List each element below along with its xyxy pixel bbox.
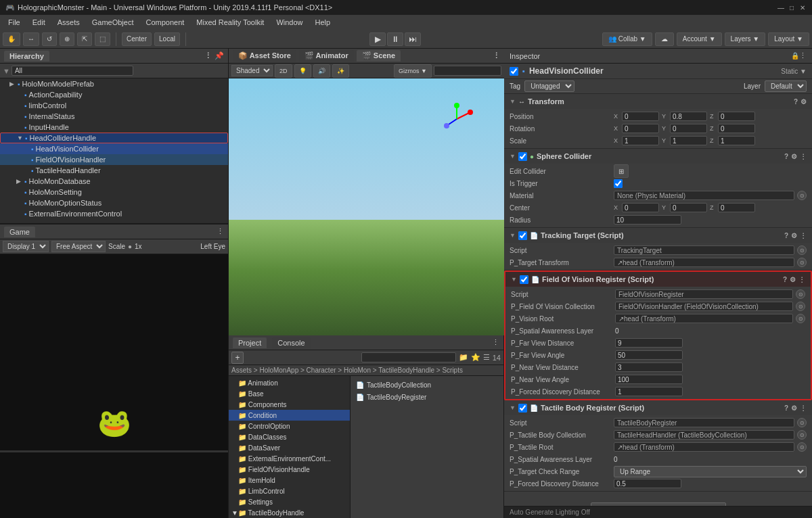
tactile-collection-field[interactable]: TactileHeadHandler (TactileBodyCollectio… <box>614 430 794 440</box>
scale-z-input[interactable] <box>718 136 755 145</box>
hierarchy-item[interactable]: ▪ ActionCapability <box>0 89 228 100</box>
hierarchy-item-headcollider[interactable]: ▼ ▪ HeadColliderHandle <box>0 133 228 143</box>
tracking-menu-icon[interactable]: ⋮ <box>800 232 807 239</box>
tactile-body-header[interactable]: ▼ 📄 Tactile Body Register (Script) ? ⚙ ⋮ <box>504 400 812 415</box>
tactile-root-select-button[interactable]: ⊙ <box>797 442 807 452</box>
rect-tool-button[interactable]: ⇱ <box>77 32 92 46</box>
hierarchy-item[interactable]: ▪ InternalStatus <box>0 111 228 122</box>
account-button[interactable]: Account ▼ <box>677 32 722 46</box>
tag-select[interactable]: Untagged <box>524 80 574 92</box>
sphere-collider-header[interactable]: ▼ ● Sphere Collider ? ⚙ ⋮ <box>504 149 812 164</box>
scene-audio-button[interactable]: 🔊 <box>313 64 330 78</box>
rotation-y-input[interactable] <box>670 124 707 133</box>
static-dropdown[interactable]: Static ▼ <box>781 68 807 75</box>
fov-header[interactable]: ▼ 📄 Field Of Vision Register (Script) ? … <box>505 272 811 287</box>
transform-help-icon[interactable]: ? <box>794 98 798 105</box>
tracking-transform-field[interactable]: ↗head (Transform) <box>614 258 794 267</box>
scale-x-input[interactable] <box>622 136 659 145</box>
tactile-help-icon[interactable]: ? <box>784 404 788 412</box>
hierarchy-item[interactable]: ▪ ExternalEnvironmentControl <box>0 208 228 219</box>
tree-item-externalenv[interactable]: 📁 ExternalEnvironmentCont... <box>229 453 350 464</box>
fov-menu-icon[interactable]: ⋮ <box>798 276 805 283</box>
fov-settings-icon[interactable]: ⚙ <box>790 276 796 283</box>
sphere-menu-icon[interactable]: ⋮ <box>800 153 807 160</box>
shading-select[interactable]: Shaded <box>231 65 273 76</box>
fov-vision-root-select-button[interactable]: ⊙ <box>796 314 805 323</box>
step-button[interactable]: ⏭ <box>405 32 421 46</box>
menu-mixed-reality[interactable]: Mixed Reality Toolkit <box>191 17 269 28</box>
menu-window[interactable]: Window <box>271 17 308 28</box>
sphere-collider-checkbox[interactable] <box>518 152 527 161</box>
tactile-script-select-button[interactable]: ⊙ <box>797 418 807 427</box>
hierarchy-item-headvision[interactable]: ▪ HeadVisionCollider <box>0 143 228 154</box>
hierarchy-item[interactable]: ▶ ▪ HoloMonModelPrefab <box>0 78 228 89</box>
tactile-checkbox[interactable] <box>518 404 527 413</box>
fov-near-angle-input[interactable] <box>615 375 683 384</box>
tree-item-settings[interactable]: 📁 Settings <box>229 496 350 507</box>
asset-store-tab[interactable]: 📦 Asset Store <box>233 50 296 62</box>
edit-collider-button[interactable]: ⊞ <box>614 164 629 178</box>
hierarchy-item[interactable]: ▪ HoloMonOptionStatus <box>0 197 228 208</box>
inspector-lock-icon[interactable]: 🔒 <box>791 52 799 60</box>
hierarchy-item[interactable]: ▪ FieldOfVisionHandler <box>0 154 228 165</box>
fov-near-dist-input[interactable] <box>615 362 683 372</box>
menu-edit[interactable]: Edit <box>27 17 51 28</box>
tracking-help-icon[interactable]: ? <box>784 232 788 239</box>
tree-item-datasaver[interactable]: 📁 DataSaver <box>229 442 350 453</box>
aspect-select[interactable]: Free Aspect <box>51 241 106 252</box>
tree-item-tactilebodyhandle[interactable]: ▼📁 TactileBodyHandle <box>229 507 350 518</box>
center-x-input[interactable] <box>622 203 659 212</box>
project-tab[interactable]: Project <box>233 337 267 348</box>
hand-tool-button[interactable]: ✋ <box>3 32 20 46</box>
close-button[interactable]: ✕ <box>798 3 807 11</box>
menu-assets[interactable]: Assets <box>52 17 85 28</box>
scale-slider[interactable]: ● <box>128 243 132 250</box>
project-add-button[interactable]: + <box>231 352 244 364</box>
display-select[interactable]: Display 1 <box>3 241 49 252</box>
hierarchy-pin-icon[interactable]: 📌 <box>215 51 224 60</box>
minimize-button[interactable]: — <box>777 3 785 11</box>
collab-button[interactable]: 👥 Collab ▼ <box>602 32 652 46</box>
tracking-script-select-button[interactable]: ⊙ <box>797 245 807 255</box>
project-icon1[interactable]: 📁 <box>459 353 468 362</box>
tactile-collection-select-button[interactable]: ⊙ <box>797 430 807 440</box>
project-icon2[interactable]: ⭐ <box>471 353 480 362</box>
material-field[interactable]: None (Physic Material) <box>614 191 794 200</box>
sphere-help-icon[interactable]: ? <box>784 153 788 160</box>
menu-help[interactable]: Help <box>310 17 336 28</box>
fov-script-field[interactable]: FieldOfVisionRegister <box>615 289 793 299</box>
tactile-target-check-select[interactable]: Up Range <box>614 466 807 477</box>
center-y-input[interactable] <box>670 203 707 212</box>
tactile-script-field[interactable]: TactileBodyRegister <box>614 418 794 427</box>
cloud-button[interactable]: ☁ <box>655 32 674 46</box>
fov-collection-field[interactable]: FieldOfVisionHandler (FieldOfVisionColle… <box>615 302 793 311</box>
tree-item-dataclasses[interactable]: 📁 DataClasses <box>229 431 350 442</box>
tactile-menu-icon[interactable]: ⋮ <box>800 404 807 412</box>
menu-component[interactable]: Component <box>140 17 189 28</box>
gizmos-button[interactable]: Gizmos ▼ <box>394 64 432 78</box>
tracking-settings-icon[interactable]: ⚙ <box>791 232 797 239</box>
hierarchy-item[interactable]: ▶ ▪ HoloMonDatabase <box>0 176 228 187</box>
layout-button[interactable]: Layout ▼ <box>768 32 809 46</box>
rotation-x-input[interactable] <box>622 124 659 133</box>
fov-checkbox[interactable] <box>520 275 528 284</box>
menu-file[interactable]: File <box>3 17 26 28</box>
scene-viewport[interactable] <box>229 78 504 335</box>
console-tab[interactable]: Console <box>272 337 310 348</box>
maximize-button[interactable]: □ <box>788 3 796 11</box>
animator-tab[interactable]: 🎬 Animator <box>299 50 354 62</box>
tracking-script-field[interactable]: TrackingTarget <box>614 245 794 255</box>
sphere-settings-icon[interactable]: ⚙ <box>791 153 797 160</box>
tree-item-controloption[interactable]: 📁 ControlOption <box>229 421 350 431</box>
fov-help-icon[interactable]: ? <box>783 276 787 283</box>
position-z-input[interactable] <box>718 112 755 121</box>
position-x-input[interactable] <box>622 112 659 121</box>
tracking-transform-select-button[interactable]: ⊙ <box>797 258 807 267</box>
pause-button[interactable]: ⏸ <box>387 32 403 46</box>
move-tool-button[interactable]: ↔ <box>23 32 39 46</box>
hierarchy-item[interactable]: ▪ TactileHeadHandler <box>0 165 228 176</box>
rotate-tool-button[interactable]: ↺ <box>42 32 57 46</box>
hierarchy-search-input[interactable] <box>12 66 133 76</box>
game-menu-icon[interactable]: ⋮ <box>217 227 224 236</box>
tree-item-condition[interactable]: 📁 Condition <box>229 410 350 421</box>
